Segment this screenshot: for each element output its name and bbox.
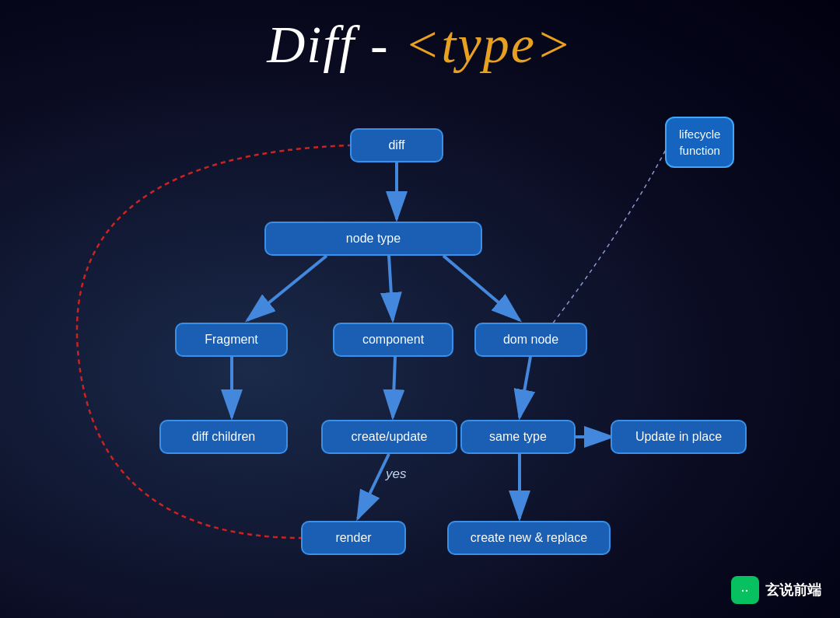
same-type-node: same type xyxy=(460,420,576,454)
create-new-replace-node: create new & replace xyxy=(447,521,611,555)
wechat-icon xyxy=(731,576,759,604)
render-node: render xyxy=(301,521,406,555)
title-type: <type> xyxy=(404,15,573,74)
node-type-node: node type xyxy=(264,222,482,256)
watermark: 玄说前端 xyxy=(731,576,821,604)
create-update-node: create/update xyxy=(321,420,457,454)
watermark-text: 玄说前端 xyxy=(765,581,821,599)
svg-point-15 xyxy=(742,590,744,592)
page-title: Diff - <type> xyxy=(0,14,840,75)
diff-node: diff xyxy=(350,128,443,162)
svg-point-16 xyxy=(746,590,747,592)
title-prefix: Diff - xyxy=(267,15,404,74)
diff-children-node: diff children xyxy=(159,420,288,454)
dom-node-node: dom node xyxy=(474,323,587,357)
yes-label: yes xyxy=(386,466,406,482)
fragment-node: Fragment xyxy=(175,323,288,357)
lifecycle-box: lifecyclefunction xyxy=(665,117,734,168)
update-in-place-node: Update in place xyxy=(611,420,747,454)
background xyxy=(0,0,840,618)
component-node: component xyxy=(333,323,453,357)
lifecycle-label: lifecyclefunction xyxy=(679,127,720,157)
